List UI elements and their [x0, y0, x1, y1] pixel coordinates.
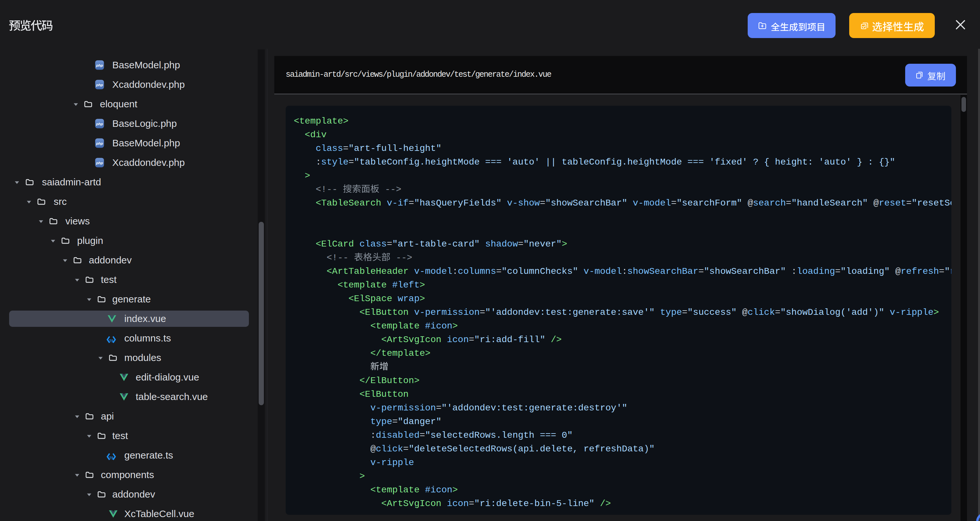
svg-text:TS: TS — [109, 456, 113, 460]
svg-text:php: php — [95, 64, 103, 67]
svg-text:TS: TS — [109, 339, 113, 343]
svg-text:php: php — [95, 122, 103, 126]
svg-text:php: php — [95, 83, 103, 87]
svg-text:php: php — [95, 161, 103, 165]
svg-text:php: php — [95, 141, 103, 145]
